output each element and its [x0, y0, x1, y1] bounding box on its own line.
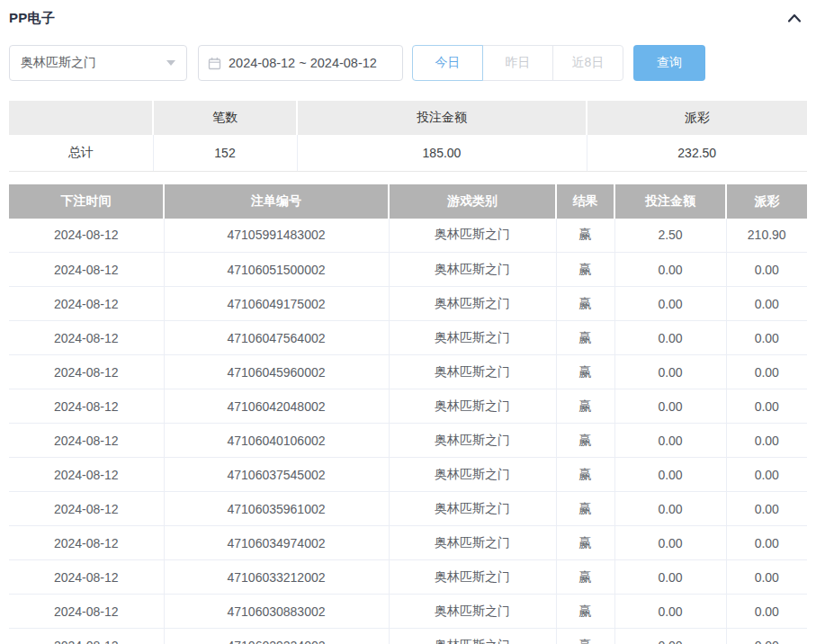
table-cell: 0.00	[726, 526, 807, 560]
table-cell: 奥林匹斯之门	[389, 389, 556, 424]
header-result: 结果	[556, 184, 614, 219]
filter-bar: 奥林匹斯之门 2024-08-12 ~ 2024-08-12 今日 昨日 近8日…	[9, 45, 807, 81]
table-row: 2024-08-1247106037545002奥林匹斯之门赢0.000.00	[9, 458, 807, 492]
table-cell: 0.00	[726, 424, 807, 458]
panel-header: PP电子	[9, 0, 807, 27]
table-cell: 2024-08-12	[9, 355, 164, 389]
table-cell: 0.00	[614, 253, 726, 287]
table-cell: 2.50	[614, 219, 726, 253]
table-cell: 0.00	[614, 595, 726, 629]
table-cell: 赢	[556, 526, 614, 560]
table-cell: 0.00	[726, 458, 807, 492]
table-row: 2024-08-1247106035961002奥林匹斯之门赢0.000.00	[9, 492, 807, 526]
date-range-value: 2024-08-12 ~ 2024-08-12	[229, 56, 377, 70]
table-cell: 奥林匹斯之门	[389, 560, 556, 595]
bet-records-table: 下注时间 注单编号 游戏类别 结果 投注金额 派彩 2024-08-124710…	[9, 184, 807, 644]
table-cell: 0.00	[614, 458, 726, 492]
bet-table-header-row: 下注时间 注单编号 游戏类别 结果 投注金额 派彩	[9, 184, 807, 219]
table-cell: 2024-08-12	[9, 629, 164, 644]
table-cell: 奥林匹斯之门	[389, 424, 556, 458]
table-cell: 2024-08-12	[9, 492, 164, 526]
table-cell: 47106034974002	[164, 526, 389, 560]
table-row: 2024-08-1247106040106002奥林匹斯之门赢0.000.00	[9, 424, 807, 458]
table-cell: 0.00	[614, 560, 726, 595]
table-cell: 赢	[556, 389, 614, 424]
yesterday-button[interactable]: 昨日	[482, 45, 553, 81]
summary-header-row: 笔数 投注金额 派彩	[9, 101, 807, 135]
table-cell: 2024-08-12	[9, 560, 164, 595]
table-cell: 赢	[556, 560, 614, 595]
table-cell: 0.00	[726, 560, 807, 595]
summary-header-count: 笔数	[153, 101, 297, 135]
table-row: 2024-08-1247106042048002奥林匹斯之门赢0.000.00	[9, 389, 807, 424]
today-button[interactable]: 今日	[412, 45, 483, 81]
table-cell: 47105991483002	[164, 219, 389, 253]
summary-header-payout: 派彩	[587, 101, 807, 135]
calendar-icon	[208, 57, 221, 70]
table-cell: 0.00	[614, 526, 726, 560]
quick-date-button-group: 今日 昨日 近8日	[412, 45, 623, 81]
table-cell: 0.00	[726, 629, 807, 644]
table-cell: 47106049175002	[164, 287, 389, 321]
table-row: 2024-08-1247106049175002奥林匹斯之门赢0.000.00	[9, 287, 807, 321]
table-row: 2024-08-1247106051500002奥林匹斯之门赢0.000.00	[9, 253, 807, 287]
collapse-button[interactable]	[784, 9, 805, 27]
header-payout: 派彩	[726, 184, 807, 219]
table-cell: 赢	[556, 492, 614, 526]
table-cell: 2024-08-12	[9, 458, 164, 492]
table-row: 2024-08-1247106047564002奥林匹斯之门赢0.000.00	[9, 321, 807, 355]
summary-total-payout: 232.50	[587, 135, 807, 171]
table-cell: 47106030883002	[164, 595, 389, 629]
header-order-number: 注单编号	[164, 184, 389, 219]
table-cell: 47106040106002	[164, 424, 389, 458]
table-cell: 奥林匹斯之门	[389, 321, 556, 355]
table-cell: 奥林匹斯之门	[389, 526, 556, 560]
table-cell: 奥林匹斯之门	[389, 458, 556, 492]
table-cell: 赢	[556, 253, 614, 287]
table-cell: 0.00	[614, 287, 726, 321]
table-cell: 奥林匹斯之门	[389, 355, 556, 389]
table-cell: 0.00	[614, 389, 726, 424]
page-title: PP电子	[9, 10, 55, 27]
table-cell: 47106045960002	[164, 355, 389, 389]
game-select-value: 奥林匹斯之门	[21, 55, 96, 71]
game-select[interactable]: 奥林匹斯之门	[9, 45, 187, 81]
table-cell: 2024-08-12	[9, 424, 164, 458]
table-cell: 0.00	[726, 253, 807, 287]
summary-header-empty	[9, 101, 153, 135]
table-cell: 赢	[556, 424, 614, 458]
table-row: 2024-08-1247106045960002奥林匹斯之门赢0.000.00	[9, 355, 807, 389]
query-button[interactable]: 查询	[633, 45, 705, 81]
table-cell: 奥林匹斯之门	[389, 219, 556, 253]
date-range-picker[interactable]: 2024-08-12 ~ 2024-08-12	[198, 45, 403, 81]
table-row: 2024-08-1247105991483002奥林匹斯之门赢2.50210.9…	[9, 219, 807, 253]
table-cell: 2024-08-12	[9, 595, 164, 629]
table-cell: 47106037545002	[164, 458, 389, 492]
table-row: 2024-08-1247106030883002奥林匹斯之门赢0.000.00	[9, 595, 807, 629]
table-cell: 47106051500002	[164, 253, 389, 287]
table-cell: 奥林匹斯之门	[389, 595, 556, 629]
table-cell: 0.00	[726, 595, 807, 629]
header-bet-time: 下注时间	[9, 184, 164, 219]
summary-header-bet-amount: 投注金额	[297, 101, 587, 135]
table-cell: 47106047564002	[164, 321, 389, 355]
table-cell: 0.00	[726, 492, 807, 526]
table-row: 2024-08-1247106029224002奥林匹斯之门赢0.000.00	[9, 629, 807, 644]
table-cell: 0.00	[726, 355, 807, 389]
table-cell: 2024-08-12	[9, 253, 164, 287]
header-game-type: 游戏类别	[389, 184, 556, 219]
table-row: 2024-08-1247106033212002奥林匹斯之门赢0.000.00	[9, 560, 807, 595]
table-cell: 47106033212002	[164, 560, 389, 595]
header-bet-amount: 投注金额	[614, 184, 726, 219]
chevron-up-icon	[787, 13, 802, 23]
table-cell: 奥林匹斯之门	[389, 629, 556, 644]
table-cell: 赢	[556, 595, 614, 629]
last-8-days-button[interactable]: 近8日	[552, 45, 623, 81]
summary-total-row: 总计 152 185.00 232.50	[9, 135, 807, 171]
bet-table-body: 2024-08-1247105991483002奥林匹斯之门赢2.50210.9…	[9, 219, 807, 644]
table-cell: 赢	[556, 458, 614, 492]
table-cell: 赢	[556, 629, 614, 644]
table-cell: 47106042048002	[164, 389, 389, 424]
table-cell: 2024-08-12	[9, 219, 164, 253]
table-cell: 奥林匹斯之门	[389, 492, 556, 526]
